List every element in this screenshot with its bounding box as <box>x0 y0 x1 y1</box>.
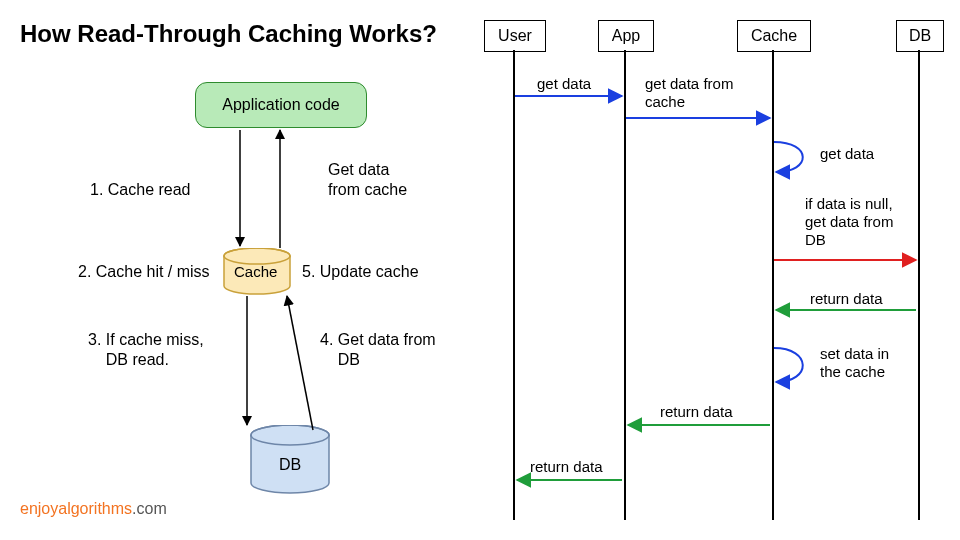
app-code-label: Application code <box>222 96 339 114</box>
msg-5-label: return data <box>810 290 883 308</box>
brand-suffix: .com <box>132 500 167 517</box>
msg-2-label: get data from cache <box>645 75 733 111</box>
step-4-label: 4. Get data from DB <box>320 330 436 370</box>
msg-1-label: get data <box>537 75 591 93</box>
actor-cache-label: Cache <box>751 27 797 45</box>
actor-app-box: App <box>598 20 654 52</box>
cache-label: Cache <box>234 263 277 282</box>
actor-user-label: User <box>498 27 532 45</box>
actor-db-label: DB <box>909 27 931 45</box>
msg-4-label: if data is null, get data from DB <box>805 195 893 249</box>
msg-6-label: set data in the cache <box>820 345 889 381</box>
svg-line-7 <box>287 296 313 430</box>
brand-primary: enjoyalgorithms <box>20 500 132 517</box>
actor-cache-box: Cache <box>737 20 811 52</box>
lifeline-cache <box>772 50 774 520</box>
page-title: How Read-Through Caching Works? <box>20 20 437 48</box>
step-get-label: Get data from cache <box>328 160 407 200</box>
actor-user-box: User <box>484 20 546 52</box>
msg-3-label: get data <box>820 145 874 163</box>
step-2-label: 2. Cache hit / miss <box>78 262 210 282</box>
actor-db-box: DB <box>896 20 944 52</box>
app-code-box: Application code <box>195 82 367 128</box>
db-cylinder: DB <box>249 425 331 493</box>
step-1-label: 1. Cache read <box>90 180 191 200</box>
lifeline-user <box>513 50 515 520</box>
db-label: DB <box>279 455 301 475</box>
step-5-label: 5. Update cache <box>302 262 419 282</box>
lifeline-app <box>624 50 626 520</box>
lifeline-db <box>918 50 920 520</box>
actor-app-label: App <box>612 27 640 45</box>
cache-cylinder: Cache <box>222 248 292 292</box>
footer-brand: enjoyalgorithms.com <box>20 500 167 518</box>
msg-8-label: return data <box>530 458 603 476</box>
msg-7-label: return data <box>660 403 733 421</box>
step-3-label: 3. If cache miss, DB read. <box>88 330 204 370</box>
diagram-stage: How Read-Through Caching Works? Applicat… <box>0 0 960 540</box>
